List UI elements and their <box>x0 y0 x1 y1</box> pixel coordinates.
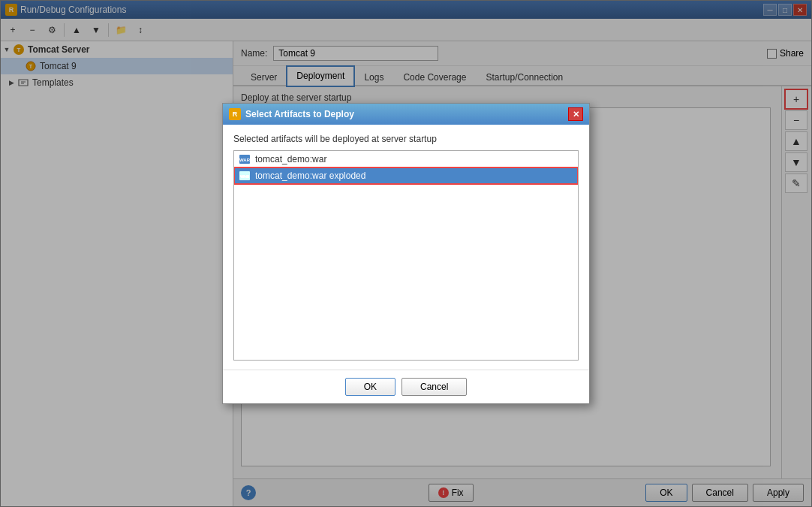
artifact-list: WAR tomcat_demo:war WAR tomcat_demo:war … <box>233 150 579 361</box>
modal-overlay: R Select Artifacts to Deploy ✕ Selected … <box>0 0 812 507</box>
modal-content: Selected artifacts will be deployed at s… <box>223 125 589 370</box>
artifact-war-label: tomcat_demo:war <box>255 154 326 164</box>
artifact-item-war[interactable]: WAR tomcat_demo:war <box>234 151 578 167</box>
modal-icon: R <box>229 108 241 120</box>
select-artifacts-dialog: R Select Artifacts to Deploy ✕ Selected … <box>222 103 590 404</box>
artifact-war-exploded-label: tomcat_demo:war exploded <box>255 171 365 181</box>
modal-footer: OK Cancel <box>223 370 589 403</box>
modal-close-button[interactable]: ✕ <box>568 107 583 121</box>
modal-cancel-button[interactable]: Cancel <box>401 378 467 396</box>
modal-ok-button[interactable]: OK <box>345 378 395 396</box>
modal-description: Selected artifacts will be deployed at s… <box>233 134 579 144</box>
modal-title: Select Artifacts to Deploy <box>245 109 568 119</box>
modal-title-bar: R Select Artifacts to Deploy ✕ <box>223 104 589 125</box>
svg-text:WAR: WAR <box>240 174 249 179</box>
war-icon: WAR <box>239 153 251 165</box>
war-exploded-icon: WAR <box>239 170 251 182</box>
svg-text:WAR: WAR <box>239 158 251 162</box>
artifact-item-war-exploded[interactable]: WAR tomcat_demo:war exploded <box>234 167 578 184</box>
